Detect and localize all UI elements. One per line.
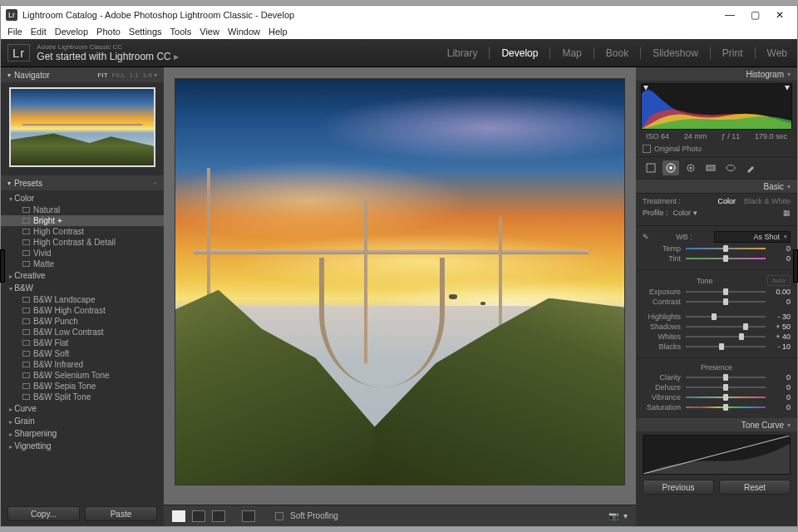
profile-dropdown[interactable]: Color ▾ (673, 209, 697, 217)
original-photo-checkbox[interactable] (643, 145, 651, 153)
slider-value[interactable]: 0 (766, 403, 791, 411)
wb-dropdown[interactable]: As Shot (714, 231, 791, 243)
slider-value[interactable]: - 10 (766, 342, 791, 351)
reset-button[interactable]: Reset (719, 480, 791, 495)
menu-photo[interactable]: Photo (96, 27, 121, 37)
presets-header[interactable]: ▾ Presets + (1, 175, 164, 190)
slider-value[interactable]: 0 (766, 254, 791, 263)
menu-view[interactable]: View (200, 27, 219, 37)
preset-item[interactable]: B&W Split Tone (1, 392, 164, 402)
preset-item[interactable]: B&W Low Contrast (1, 327, 164, 337)
slider-value[interactable]: 0 (766, 383, 791, 392)
preset-group[interactable]: Curve (1, 402, 164, 415)
copy-button[interactable]: Copy... (7, 506, 80, 521)
preset-item[interactable]: High Contrast & Detail (1, 237, 164, 248)
menu-window[interactable]: Window (228, 27, 260, 37)
preset-item[interactable]: Natural (1, 204, 164, 215)
radial-tool-icon[interactable] (722, 160, 739, 175)
menu-tools[interactable]: Tools (170, 27, 192, 37)
tonecurve-header[interactable]: Tone Curve ▾ (636, 418, 797, 431)
preset-item[interactable]: B&W Punch (1, 316, 164, 327)
gradient-tool-icon[interactable] (702, 160, 719, 175)
nav-zoom-1to1[interactable]: 1:1 (130, 71, 139, 79)
eyedropper-icon[interactable]: ✎ (643, 233, 654, 241)
slider-vibrance[interactable] (686, 394, 766, 401)
view-before-after-lr-button[interactable] (192, 510, 205, 522)
preset-item[interactable]: Bright + (1, 215, 164, 226)
slider-value[interactable]: 0 (766, 393, 791, 401)
nav-zoom-fill[interactable]: FILL (112, 71, 126, 79)
preset-item[interactable]: B&W Flat (1, 337, 164, 348)
basic-header[interactable]: Basic ▾ (636, 180, 797, 193)
redeye-tool-icon[interactable] (682, 160, 699, 175)
slider-value[interactable]: 0.00 (766, 288, 791, 296)
auto-button[interactable]: Auto (767, 275, 791, 286)
preset-item[interactable]: B&W Selenium Tone (1, 370, 164, 381)
window-close-button[interactable]: ✕ (767, 9, 792, 21)
paste-button[interactable]: Paste (85, 506, 157, 521)
tether-icon[interactable]: 📷 (608, 511, 618, 520)
menu-edit[interactable]: Edit (31, 27, 47, 37)
slider-shadows[interactable] (686, 323, 766, 330)
module-develop[interactable]: Develop (498, 47, 541, 59)
histogram-header[interactable]: Histogram ▾ (636, 67, 797, 81)
module-print[interactable]: Print (719, 47, 746, 59)
identity-text[interactable]: Adobe Lightroom Classic CC Get started w… (37, 43, 178, 62)
preset-item[interactable]: B&W Sepia Tone (1, 381, 164, 392)
profile-browser-icon[interactable]: ▦ (783, 209, 791, 217)
treatment-color[interactable]: Color (717, 197, 736, 205)
preset-group[interactable]: B&W (1, 282, 164, 294)
preset-item[interactable]: High Contrast (1, 226, 164, 237)
preset-group[interactable]: Sharpening (1, 427, 164, 440)
module-web[interactable]: Web (764, 47, 791, 59)
view-loupe-button[interactable] (172, 510, 185, 522)
preset-item[interactable]: Matte (1, 259, 164, 269)
menu-develop[interactable]: Develop (55, 27, 88, 37)
module-slideshow[interactable]: Slideshow (649, 47, 702, 59)
menu-file[interactable]: File (7, 27, 22, 37)
navigator-thumbnail[interactable] (9, 87, 155, 167)
soft-proofing-checkbox[interactable] (275, 512, 283, 520)
slider-whites[interactable] (686, 333, 766, 340)
nav-zoom-custom[interactable]: 1:4 ▾ (143, 71, 157, 79)
module-map[interactable]: Map (559, 47, 584, 59)
treatment-bw[interactable]: Black & White (744, 197, 791, 205)
view-before-after-tb-button[interactable] (212, 510, 225, 522)
slider-dehaze[interactable] (686, 384, 766, 391)
canvas[interactable] (164, 67, 636, 505)
histogram-chart[interactable] (641, 83, 792, 130)
slider-temp[interactable] (686, 245, 766, 252)
slider-contrast[interactable] (686, 298, 766, 305)
tone-curve-chart[interactable] (643, 435, 791, 475)
slider-value[interactable]: + 50 (766, 323, 791, 331)
slider-tint[interactable] (686, 255, 766, 262)
preset-item[interactable]: B&W Soft (1, 348, 164, 359)
preset-group[interactable]: Grain (1, 415, 164, 427)
crop-tool-icon[interactable] (643, 160, 659, 175)
slider-exposure[interactable] (686, 288, 766, 295)
preset-group[interactable]: Creative (1, 269, 164, 282)
module-book[interactable]: Book (603, 47, 632, 59)
slider-clarity[interactable] (686, 374, 766, 381)
presets-add-button[interactable]: + (153, 180, 157, 187)
preset-item[interactable]: B&W Infrared (1, 359, 164, 370)
window-minimize-button[interactable]: — (717, 9, 742, 21)
brush-tool-icon[interactable] (742, 160, 759, 175)
slider-value[interactable]: - 30 (766, 313, 791, 321)
slider-value[interactable]: 0 (766, 298, 791, 306)
slider-value[interactable]: 0 (766, 373, 791, 382)
toolbar-disclosure-icon[interactable]: ▾ (623, 511, 628, 520)
nav-zoom-fit[interactable]: FIT (98, 71, 108, 79)
slider-blacks[interactable] (686, 343, 766, 350)
preset-item[interactable]: B&W Landscape (1, 294, 164, 305)
slider-saturation[interactable] (686, 404, 766, 411)
right-panel-toggle[interactable] (793, 249, 798, 283)
previous-button[interactable]: Previous (643, 480, 714, 495)
navigator-header[interactable]: ▾ Navigator FIT FILL 1:1 1:4 ▾ (1, 67, 164, 82)
slider-highlights[interactable] (686, 313, 766, 320)
menu-settings[interactable]: Settings (129, 27, 162, 37)
left-panel-toggle[interactable] (0, 249, 5, 283)
slider-value[interactable]: + 40 (766, 332, 791, 341)
preset-group[interactable]: Vignetting (1, 440, 164, 452)
slider-value[interactable]: 0 (766, 244, 791, 253)
